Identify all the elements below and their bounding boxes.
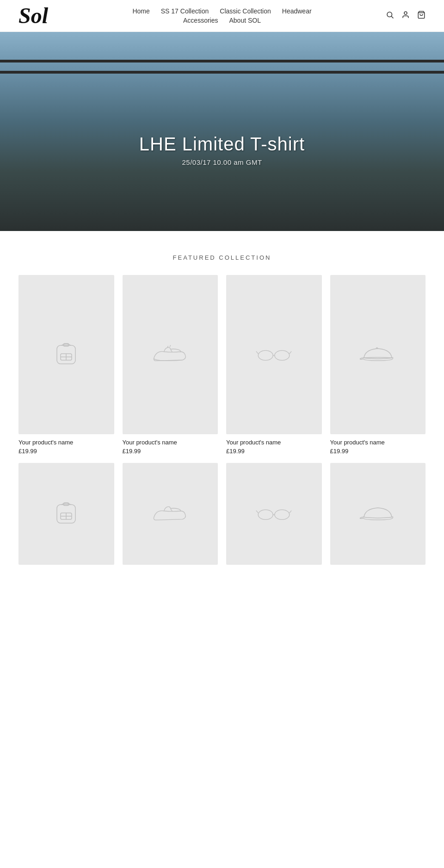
product-image-6	[123, 463, 218, 565]
glasses2-icon	[255, 500, 292, 528]
backpack-icon	[48, 341, 85, 368]
product-image-2	[123, 275, 218, 434]
hero-subtitle: 25/03/17 10.00 am GMT	[139, 158, 305, 166]
product-price-3: £19.99	[226, 448, 322, 455]
product-image-4	[330, 275, 426, 434]
svg-point-0	[387, 12, 392, 17]
featured-section: FEATURED COLLECTION Your product's name …	[0, 231, 444, 596]
product-image-5	[18, 463, 114, 565]
nav-headwear[interactable]: Headwear	[282, 7, 312, 15]
product-card-2[interactable]: Your product's name £19.99	[123, 275, 218, 455]
svg-point-17	[275, 510, 290, 519]
nav-ss17[interactable]: SS 17 Collection	[161, 7, 209, 15]
hero-content: LHE Limited T-shirt 25/03/17 10.00 am GM…	[139, 134, 305, 166]
svg-point-2	[404, 12, 407, 14]
product-card-4[interactable]: Your product's name £19.99	[330, 275, 426, 455]
product-card-1[interactable]: Your product's name £19.99	[18, 275, 114, 455]
product-grid-row2	[18, 463, 426, 569]
product-price-4: £19.99	[330, 448, 426, 455]
hero-section: LHE Limited T-shirt 25/03/17 10.00 am GM…	[0, 32, 444, 231]
nav-row-1: Home SS 17 Collection Classic Collection…	[132, 7, 311, 15]
glasses-icon	[255, 341, 292, 368]
svg-point-10	[275, 350, 290, 360]
shoe-icon	[152, 341, 189, 368]
nav-accessories[interactable]: Accessories	[183, 17, 218, 24]
product-name-1: Your product's name	[18, 439, 114, 446]
product-card-7[interactable]	[226, 463, 322, 569]
main-nav: Home SS 17 Collection Classic Collection…	[132, 7, 311, 24]
nav-classic[interactable]: Classic Collection	[220, 7, 271, 15]
fence-posts	[0, 82, 444, 111]
cart-icon[interactable]	[417, 11, 426, 21]
nav-home[interactable]: Home	[132, 7, 149, 15]
svg-point-16	[258, 510, 273, 519]
header-icons	[386, 11, 426, 21]
site-logo[interactable]: Sol	[18, 5, 48, 27]
svg-line-1	[391, 16, 393, 18]
cap2-icon	[359, 500, 396, 528]
backpack2-icon	[48, 500, 85, 528]
product-image-3	[226, 275, 322, 434]
hero-fence-decoration	[0, 60, 444, 111]
svg-point-9	[258, 350, 273, 360]
product-card-6[interactable]	[123, 463, 218, 569]
product-card-8[interactable]	[330, 463, 426, 569]
product-grid-row1: Your product's name £19.99 Your product'…	[18, 275, 426, 455]
product-name-4: Your product's name	[330, 439, 426, 446]
featured-heading: FEATURED COLLECTION	[18, 254, 426, 261]
product-card-3[interactable]: Your product's name £19.99	[226, 275, 322, 455]
product-card-5[interactable]	[18, 463, 114, 569]
search-icon[interactable]	[386, 11, 394, 21]
product-name-2: Your product's name	[123, 439, 218, 446]
product-image-1	[18, 275, 114, 434]
product-image-8	[330, 463, 426, 565]
product-name-3: Your product's name	[226, 439, 322, 446]
product-image-7	[226, 463, 322, 565]
product-price-1: £19.99	[18, 448, 114, 455]
shoe2-icon	[152, 500, 189, 528]
cap-icon	[359, 341, 396, 368]
nav-row-2: Accessories About SOL	[183, 17, 261, 24]
account-icon[interactable]	[401, 11, 410, 21]
nav-about[interactable]: About SOL	[229, 17, 261, 24]
product-price-2: £19.99	[123, 448, 218, 455]
hero-title: LHE Limited T-shirt	[139, 134, 305, 155]
site-header: Sol Home SS 17 Collection Classic Collec…	[0, 0, 444, 32]
